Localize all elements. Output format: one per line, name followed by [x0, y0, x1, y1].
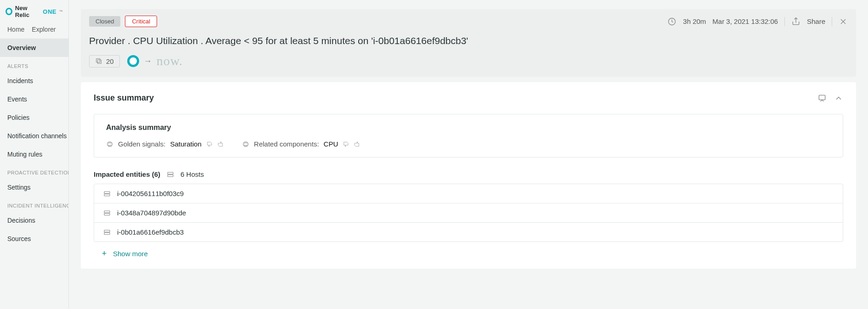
- entity-count: 20: [106, 57, 114, 65]
- sidebar-item-settings[interactable]: Settings: [0, 178, 68, 197]
- status-badge-critical: Critical: [125, 16, 157, 27]
- main-area: Closed Critical 3h 20m Mar 3, 2021 13:32…: [69, 0, 868, 309]
- incident-header: Closed Critical 3h 20m Mar 3, 2021 13:32…: [81, 9, 856, 77]
- sidebar-item-policies[interactable]: Policies: [0, 108, 68, 127]
- top-tabs: Home Explorer: [0, 22, 68, 39]
- servicenow-logo: now.: [157, 54, 183, 68]
- hosts-count: 6 Hosts: [180, 170, 204, 178]
- divider: [832, 17, 832, 26]
- entity-row[interactable]: i-0b01a6616ef9dbcb3: [94, 223, 843, 242]
- golden-signals-label: Golden signals:: [118, 140, 165, 148]
- svg-rect-6: [168, 172, 173, 174]
- entity-row[interactable]: i-0042056111b0f03c9: [94, 184, 843, 203]
- svg-rect-3: [819, 95, 825, 100]
- svg-rect-10: [104, 211, 110, 213]
- related-components-group: Related components: CPU: [242, 140, 360, 148]
- thumbs-up-icon[interactable]: [353, 140, 360, 148]
- sidebar-item-incidents[interactable]: Incidents: [0, 72, 68, 90]
- timestamp-text: Mar 3, 2021 13:32:06: [712, 17, 778, 25]
- sidebar-item-sources[interactable]: Sources: [0, 230, 68, 248]
- brain-icon: [242, 140, 249, 148]
- brand-one: ONE: [43, 8, 56, 15]
- svg-rect-1: [96, 59, 100, 62]
- svg-rect-11: [104, 213, 110, 215]
- sidebar-header-proactive: PROACTIVE DETECTION: [0, 163, 68, 178]
- svg-rect-7: [168, 174, 173, 176]
- sidebar: New Relic ONE ™ Home Explorer Overview A…: [0, 0, 69, 309]
- sidebar-item-muting[interactable]: Muting rules: [0, 145, 68, 163]
- sidebar-header-incident-intel: INCIDENT INTELLIGENCE: [0, 197, 68, 211]
- thumbs-down-icon[interactable]: [206, 140, 214, 148]
- divider: [784, 17, 785, 26]
- plus-icon: +: [100, 249, 108, 258]
- sidebar-item-decisions[interactable]: Decisions: [0, 211, 68, 230]
- share-label[interactable]: Share: [807, 17, 825, 25]
- svg-rect-12: [104, 230, 110, 232]
- entity-id: i-0b01a6616ef9dbcb3: [117, 228, 184, 236]
- status-badge-closed: Closed: [89, 16, 120, 27]
- svg-rect-8: [104, 191, 110, 193]
- show-more-button[interactable]: + Show more: [94, 249, 843, 258]
- related-components-value: CPU: [324, 140, 338, 148]
- svg-rect-9: [104, 194, 110, 196]
- feedback-icon[interactable]: [817, 94, 827, 103]
- svg-rect-13: [104, 232, 110, 234]
- integration-row: 20 → now.: [89, 54, 848, 68]
- collapse-icon[interactable]: [834, 94, 843, 103]
- duration-text: 3h 20m: [683, 17, 706, 25]
- entity-id: i-0042056111b0f03c9: [117, 190, 184, 197]
- tab-explorer[interactable]: Explorer: [28, 24, 59, 35]
- sidebar-item-events[interactable]: Events: [0, 90, 68, 108]
- impacted-entities-title: Impacted entities (6): [94, 170, 160, 178]
- host-icon: [103, 229, 111, 236]
- entity-count-pill[interactable]: 20: [89, 55, 120, 67]
- brand-tm: ™: [59, 10, 63, 14]
- sidebar-item-overview[interactable]: Overview: [0, 39, 68, 57]
- entity-id: i-0348a704897d90bde: [117, 209, 186, 217]
- sidebar-header-alerts: ALERTS: [0, 57, 68, 72]
- newrelic-logo-icon: [6, 8, 12, 15]
- arrow-right-icon: →: [144, 56, 152, 66]
- thumbs-down-icon[interactable]: [343, 140, 350, 148]
- impacted-entities-header: Impacted entities (6) 6 Hosts: [94, 170, 843, 178]
- sidebar-item-notification[interactable]: Notification channels: [0, 127, 68, 145]
- entity-list: i-0042056111b0f03c9 i-0348a704897d90bde …: [94, 184, 843, 242]
- svg-rect-2: [97, 60, 101, 63]
- entity-row[interactable]: i-0348a704897d90bde: [94, 203, 843, 223]
- brain-icon: [106, 140, 113, 148]
- clock-icon: [667, 17, 676, 26]
- brand-text: New Relic: [15, 5, 40, 18]
- newrelic-flow-icon: [127, 55, 139, 67]
- analysis-summary-title: Analysis summary: [106, 124, 831, 132]
- incident-title: Provider . CPU Utilization . Average < 9…: [89, 35, 848, 46]
- golden-signals-group: Golden signals: Saturation: [106, 140, 224, 148]
- close-icon[interactable]: [839, 17, 848, 26]
- share-icon[interactable]: [791, 17, 800, 26]
- show-more-label: Show more: [113, 250, 148, 258]
- issue-summary-title: Issue summary: [94, 93, 154, 103]
- tab-home[interactable]: Home: [4, 24, 28, 35]
- brand-logo: New Relic ONE ™: [0, 0, 68, 22]
- host-icon: [103, 190, 111, 197]
- analysis-summary-box: Analysis summary Golden signals: Saturat…: [94, 114, 843, 157]
- thumbs-up-icon[interactable]: [216, 140, 224, 148]
- host-icon: [103, 209, 111, 217]
- stack-icon: [95, 57, 102, 65]
- related-components-label: Related components:: [254, 140, 319, 148]
- issue-summary-section: Issue summary Analysis summary Golden si…: [81, 82, 856, 269]
- golden-signals-value: Saturation: [170, 140, 201, 148]
- host-icon: [167, 171, 174, 178]
